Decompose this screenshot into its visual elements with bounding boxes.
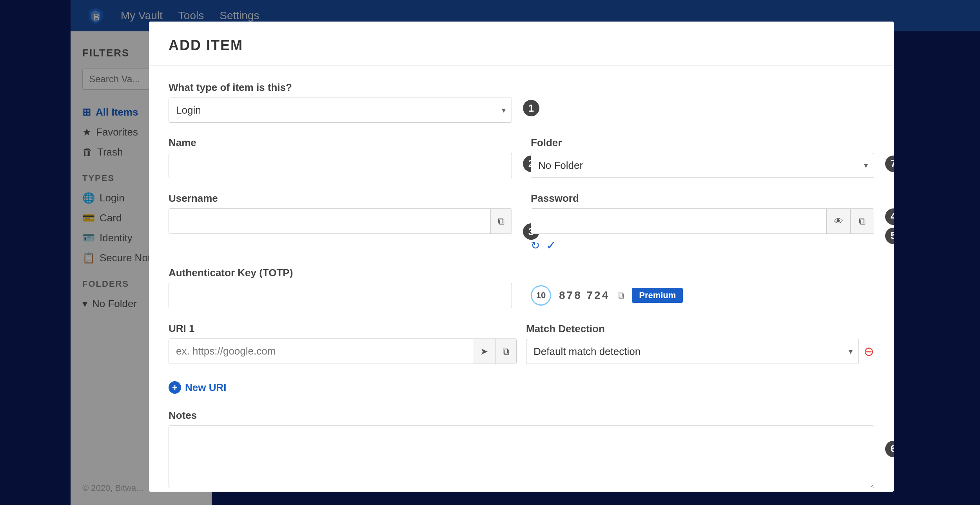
password-visibility-button[interactable]: 👁 — [826, 209, 850, 233]
notes-group: Notes 6 — [169, 409, 874, 488]
folder-label: Folder — [531, 137, 874, 149]
name-folder-row: Name 2 Folder No Folder ▾ 7 — [169, 137, 874, 178]
eye-icon: 👁 — [834, 216, 843, 227]
folder-select-wrapper: No Folder ▾ — [531, 153, 874, 178]
name-input[interactable] — [169, 153, 512, 178]
password-input[interactable] — [531, 209, 826, 233]
notes-label: Notes — [169, 409, 874, 422]
item-type-label: What type of item is this? — [169, 81, 512, 94]
match-detection-select-wrapper: Default match detection Base domain Host… — [526, 339, 859, 364]
spacer-group — [531, 81, 874, 123]
password-label: Password — [531, 192, 874, 205]
modal-title: ADD ITEM — [169, 37, 874, 54]
item-type-select-wrapper: Login Card Identity Secure Note ▾ — [169, 98, 512, 123]
modal-body: What type of item is this? Login Card Id… — [149, 66, 894, 492]
username-label: Username — [169, 192, 512, 205]
totp-display-group: 10 878 724 ⧉ Premium — [531, 267, 874, 308]
item-type-select[interactable]: Login Card Identity Secure Note — [169, 98, 512, 123]
match-detection-label: Match Detection — [526, 323, 874, 335]
match-detection-row: Default match detection Base domain Host… — [526, 339, 874, 364]
totp-code-part1: 878 — [559, 289, 582, 301]
remove-icon: ⊖ — [864, 344, 874, 359]
uri-row: URI 1 ➤ ⧉ Match Detection Default match … — [169, 322, 874, 364]
totp-code-part2: 724 — [587, 289, 610, 301]
step-5-marker: 5 — [885, 228, 894, 244]
step-4-marker: 4 — [885, 208, 894, 225]
uri-input-wrapper: ➤ ⧉ — [169, 338, 517, 364]
add-item-modal: ADD ITEM What type of item is this? Logi… — [149, 22, 894, 492]
item-type-row: What type of item is this? Login Card Id… — [169, 81, 874, 123]
copy-icon: ⧉ — [498, 216, 505, 227]
copy-password-icon: ⧉ — [859, 216, 866, 227]
totp-copy-button[interactable]: ⧉ — [617, 290, 624, 301]
password-check-button[interactable]: ✓ — [546, 238, 557, 253]
match-detection-select[interactable]: Default match detection Base domain Host… — [526, 339, 859, 364]
totp-code: 878 724 — [559, 289, 610, 302]
item-type-group: What type of item is this? Login Card Id… — [169, 81, 512, 123]
premium-badge: Premium — [632, 288, 683, 303]
new-uri-plus-icon: + — [169, 381, 181, 394]
uri-navigate-button[interactable]: ➤ — [473, 339, 495, 364]
match-detection-group: Match Detection Default match detection … — [526, 323, 874, 364]
password-group: Password 👁 ⧉ ↻ ✓ 4 5 — [531, 192, 874, 253]
uri-copy-button[interactable]: ⧉ — [495, 339, 516, 364]
totp-row: Authenticator Key (TOTP) 10 878 724 ⧉ Pr… — [169, 267, 874, 308]
name-label: Name — [169, 137, 512, 149]
totp-timer: 10 — [531, 285, 551, 306]
uri-remove-button[interactable]: ⊖ — [864, 344, 874, 359]
uri-input-group: URI 1 ➤ ⧉ — [169, 322, 517, 364]
modal-header: ADD ITEM — [149, 22, 894, 66]
step-7-marker: 7 — [885, 156, 894, 172]
username-input-wrapper: ⧉ — [169, 208, 512, 234]
totp-label: Authenticator Key (TOTP) — [169, 267, 512, 279]
new-uri-label: New URI — [185, 382, 226, 394]
new-uri-button[interactable]: + New URI — [169, 378, 226, 397]
step-6-marker: 6 — [885, 441, 894, 457]
username-group: Username ⧉ 3 — [169, 192, 512, 253]
username-copy-button[interactable]: ⧉ — [490, 209, 512, 233]
folder-select[interactable]: No Folder — [531, 153, 874, 178]
notes-textarea[interactable] — [169, 425, 874, 488]
uri-input[interactable] — [169, 339, 473, 364]
password-field-wrapper: 👁 ⧉ — [531, 208, 874, 234]
password-refresh-button[interactable]: ↻ — [531, 239, 540, 252]
uri-label: URI 1 — [169, 322, 517, 335]
username-password-row: Username ⧉ 3 Password 👁 — [169, 192, 874, 253]
name-group: Name 2 — [169, 137, 512, 178]
totp-group: Authenticator Key (TOTP) — [169, 267, 512, 308]
totp-input[interactable] — [169, 283, 512, 308]
username-input[interactable] — [169, 209, 490, 233]
password-copy-button[interactable]: ⧉ — [850, 209, 874, 233]
folder-group: Folder No Folder ▾ 7 — [531, 137, 874, 178]
